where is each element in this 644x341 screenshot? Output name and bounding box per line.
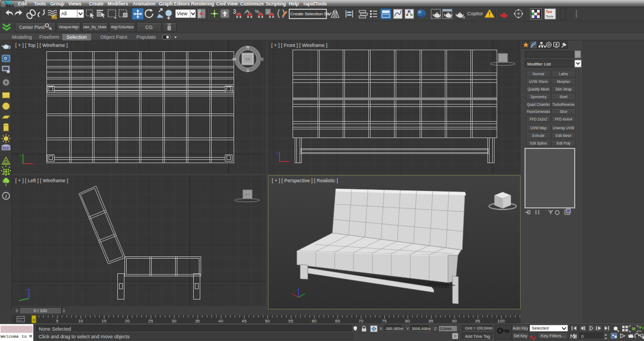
svg-text:100: 100 (497, 319, 505, 324)
svg-text:85: 85 (428, 319, 433, 324)
svg-text:N: N (246, 45, 249, 49)
svg-text:!: ! (488, 11, 490, 17)
svg-text:95: 95 (475, 319, 480, 324)
svg-text:Modifier List: Modifier List (527, 62, 551, 67)
svg-text:TOP: TOP (245, 58, 251, 61)
svg-text:45: 45 (242, 319, 247, 324)
svg-text:35: 35 (195, 319, 200, 324)
svg-text:S: S (247, 69, 249, 73)
svg-text:75: 75 (382, 319, 387, 324)
svg-text:10: 10 (78, 319, 83, 324)
svg-text:View: View (177, 11, 188, 16)
svg-text:15: 15 (102, 319, 106, 324)
svg-text:Tools: Tools (546, 15, 553, 18)
svg-text:z: z (26, 288, 27, 291)
svg-text:70: 70 (359, 319, 363, 324)
svg-text:E: E (261, 57, 264, 61)
svg-text:y: y (20, 153, 21, 157)
svg-text:50: 50 (265, 319, 270, 324)
svg-text:Copitor: Copitor (467, 11, 483, 16)
svg-text:%: % (255, 9, 259, 14)
svg-text:0: 0 (33, 318, 35, 322)
svg-text:All: All (61, 11, 67, 16)
svg-text:20: 20 (125, 319, 130, 324)
svg-text:LEFT: LEFT (245, 193, 250, 196)
svg-text:5: 5 (56, 319, 59, 324)
svg-text:30: 30 (171, 319, 176, 324)
svg-text:55: 55 (288, 319, 293, 324)
svg-text:Create Selection Se: Create Selection Se (290, 11, 330, 16)
svg-text:80: 80 (405, 319, 410, 324)
svg-text:90: 90 (452, 319, 457, 324)
svg-text:60: 60 (312, 319, 317, 324)
svg-text:25: 25 (148, 319, 153, 324)
svg-text:Tex: Tex (546, 10, 552, 14)
svg-text:40: 40 (218, 319, 223, 324)
svg-text:z: z (276, 151, 278, 154)
svg-text:W: W (232, 57, 236, 61)
svg-text:65: 65 (335, 319, 340, 324)
svg-text:3: 3 (233, 9, 236, 15)
